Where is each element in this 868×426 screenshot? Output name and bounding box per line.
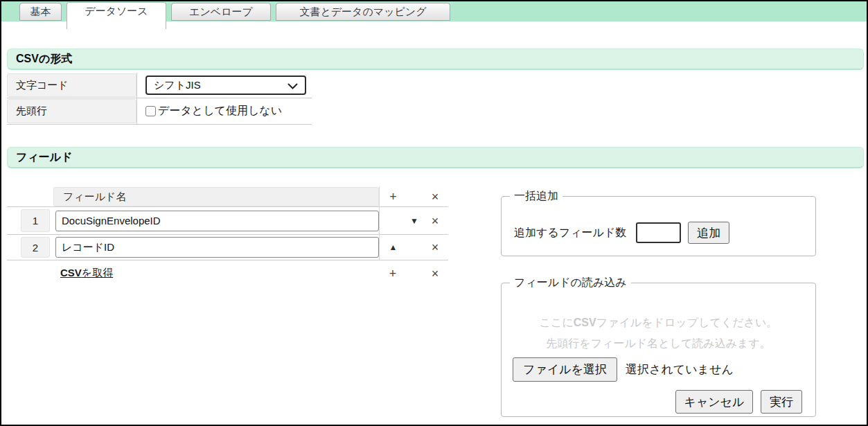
field-name-input-2[interactable] (55, 237, 379, 258)
fields-footer-row: CSVを取得 + × (7, 260, 448, 286)
tab-bar: 基本 データソース エンベロープ 文書とデータのマッピング (1, 1, 867, 21)
field-row-1: 1 ▼ × (7, 207, 448, 235)
delete-field-2-button[interactable]: × (432, 241, 439, 254)
get-csv-link-bold: CSV (60, 267, 82, 278)
tab-document-data-mapping[interactable]: 文書とデータのマッピング (276, 3, 450, 21)
tab-envelope[interactable]: エンベロープ (171, 3, 271, 21)
csv-drop-zone-hint: ここにCSVファイルをドロップしてください。 先頭行をフィールド名として読み込み… (502, 312, 815, 354)
bulk-add-count-input[interactable] (636, 222, 681, 243)
bulk-add-row: 追加するフィールド数 追加 (514, 222, 729, 244)
move-down-button[interactable]: ▼ (410, 217, 418, 225)
import-action-row: キャンセル 実行 (675, 390, 802, 414)
fields-section-title: フィールド (7, 147, 864, 168)
tab-data-source[interactable]: データソース (67, 2, 166, 29)
get-csv-link-rest: を取得 (82, 267, 113, 278)
first-row-label-cell: 先頭行 (7, 98, 137, 124)
tab-basic[interactable]: 基本 (19, 3, 62, 21)
remove-all-bottom-button[interactable]: × (432, 267, 439, 280)
charset-label: 文字コード (7, 73, 136, 97)
execute-button[interactable]: 実行 (761, 390, 802, 414)
charset-select[interactable]: シフトJIS (145, 76, 306, 95)
bulk-add-button[interactable]: 追加 (688, 222, 729, 244)
charset-select-value: シフトJIS (154, 79, 201, 92)
field-name-column-header: フィールド名 (53, 187, 379, 206)
chevron-down-icon (287, 80, 298, 91)
file-selection-status: 選択されていません (626, 362, 734, 378)
drop-hint-line2: 先頭行をフィールド名として読み込みます。 (502, 333, 815, 354)
first-row-row: 先頭行 データとして使用しない (7, 98, 312, 125)
cancel-button[interactable]: キャンセル (675, 390, 753, 414)
remove-all-top-button[interactable]: × (432, 190, 439, 203)
get-csv-link[interactable]: CSVを取得 (55, 267, 379, 280)
file-input-row: ファイルを選択 選択されていません (513, 357, 734, 382)
row-number: 2 (21, 237, 50, 258)
first-row-label: 先頭行 (7, 99, 136, 123)
charset-label-cell: 文字コード (7, 73, 137, 98)
fields-header-row: フィールド名 + × (7, 187, 448, 207)
bulk-add-count-label: 追加するフィールド数 (514, 226, 626, 240)
field-row-2: 2 ▲ × (7, 235, 448, 260)
add-field-top-button[interactable]: + (389, 190, 397, 203)
add-field-bottom-button[interactable]: + (389, 267, 397, 280)
charset-value-cell: シフトJIS (137, 73, 312, 98)
first-row-checkbox-label: データとして使用しない (158, 104, 282, 118)
field-import-fieldset[interactable]: フィールドの読み込み ここにCSVファイルをドロップしてください。 先頭行をフィ… (501, 276, 816, 417)
field-name-input-1[interactable] (55, 211, 379, 231)
delete-field-1-button[interactable]: × (432, 215, 439, 227)
move-up-button[interactable]: ▲ (389, 243, 398, 251)
field-import-legend: フィールドの読み込み (510, 276, 631, 290)
bulk-add-legend: 一括追加 (510, 189, 563, 204)
row-number: 1 (21, 209, 50, 232)
drop-hint-line1: ここにCSVファイルをドロップしてください。 (502, 312, 815, 333)
csv-format-section-title: CSVの形式 (7, 48, 864, 70)
fields-table: フィールド名 + × 1 ▼ × 2 ▲ (7, 187, 448, 286)
first-row-value-cell: データとして使用しない (137, 98, 312, 124)
charset-row: 文字コード シフトJIS (7, 73, 312, 98)
page: 基本 データソース エンベロープ 文書とデータのマッピング CSVの形式 文字コ… (0, 0, 868, 426)
first-row-checkbox[interactable] (145, 106, 156, 116)
csv-format-table: 文字コード シフトJIS 先頭行 データとして使用しない (7, 73, 312, 125)
bulk-add-fieldset: 一括追加 追加するフィールド数 追加 (501, 189, 816, 256)
choose-file-button[interactable]: ファイルを選択 (513, 357, 617, 382)
